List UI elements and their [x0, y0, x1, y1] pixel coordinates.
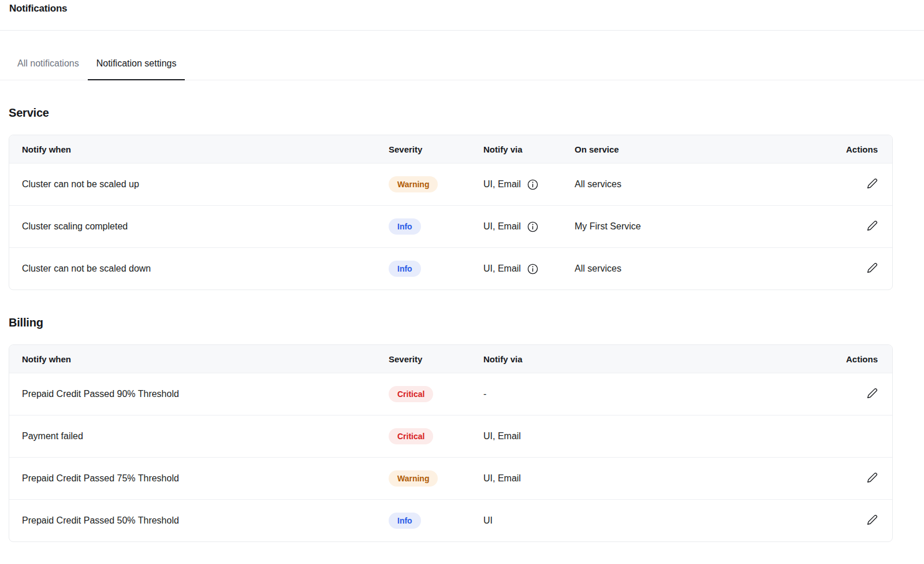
- notify-when-cell: Cluster can not be scaled up: [9, 163, 389, 205]
- tab-bar: All notifications Notification settings: [0, 31, 924, 80]
- notify-via-value: UI, Email: [483, 264, 575, 274]
- notify-via-cell: -: [483, 373, 823, 415]
- section-billing: BillingNotify whenSeverityNotify viaActi…: [9, 316, 893, 542]
- section-service: ServiceNotify whenSeverityNotify viaOn s…: [9, 106, 893, 290]
- notify-via-text: UI: [483, 515, 493, 526]
- info-icon: [527, 179, 538, 190]
- notify-via-value: UI, Email: [483, 431, 823, 441]
- notify-via-text: UI, Email: [483, 473, 521, 484]
- edit-button[interactable]: [867, 388, 878, 399]
- actions-cell: [823, 205, 892, 247]
- edit-button[interactable]: [867, 472, 878, 483]
- notify-via-value: -: [483, 389, 823, 399]
- pencil-icon: [867, 262, 878, 273]
- notify-via-cell: UI, Email: [483, 247, 575, 290]
- severity-cell: Critical: [389, 373, 483, 415]
- service-notifications-table: Notify whenSeverityNotify viaOn serviceA…: [9, 135, 893, 290]
- column-header-severity: Severity: [389, 135, 483, 163]
- severity-badge-warning: Warning: [389, 470, 438, 487]
- notify-via-value: UI: [483, 515, 823, 526]
- notify-via-text: UI, Email: [483, 179, 521, 190]
- notify-when-cell: Cluster can not be scaled down: [9, 247, 389, 290]
- column-header-notify-when: Notify when: [9, 345, 389, 373]
- severity-cell: Critical: [389, 415, 483, 457]
- severity-badge-critical: Critical: [389, 386, 433, 402]
- severity-cell: Info: [389, 247, 483, 290]
- notify-via-text: -: [483, 389, 486, 399]
- table-row: Prepaid Credit Passed 50% ThresholdInfoU…: [9, 499, 892, 541]
- notify-via-info-button[interactable]: [527, 221, 538, 232]
- edit-button[interactable]: [867, 262, 878, 273]
- notify-via-info-button[interactable]: [527, 264, 538, 274]
- severity-cell: Info: [389, 499, 483, 541]
- actions-cell: [823, 247, 892, 290]
- section-title-service: Service: [9, 106, 893, 120]
- table-row: Cluster scaling completedInfoUI, EmailMy…: [9, 205, 892, 247]
- pencil-icon: [867, 388, 878, 399]
- tab-all-notifications[interactable]: All notifications: [9, 58, 88, 80]
- actions-cell: [823, 373, 892, 415]
- page-header: Notifications: [0, 0, 924, 31]
- column-header-notify-via: Notify via: [483, 135, 575, 163]
- column-header-actions: Actions: [823, 345, 892, 373]
- notify-via-cell: UI, Email: [483, 457, 823, 499]
- pencil-icon: [867, 220, 878, 231]
- table-header-row: Notify whenSeverityNotify viaActions: [9, 345, 892, 373]
- on-service-cell: All services: [575, 247, 823, 290]
- notify-when-cell: Prepaid Credit Passed 75% Threshold: [9, 457, 389, 499]
- severity-badge-info: Info: [389, 261, 421, 277]
- notify-when-cell: Prepaid Credit Passed 90% Threshold: [9, 373, 389, 415]
- actions-cell: [823, 457, 892, 499]
- actions-cell: [823, 415, 892, 457]
- column-header-on-service: On service: [575, 135, 823, 163]
- actions-cell: [823, 499, 892, 541]
- page-title: Notifications: [9, 3, 915, 14]
- info-icon: [527, 221, 538, 232]
- severity-badge-critical: Critical: [389, 428, 433, 444]
- edit-button[interactable]: [867, 178, 878, 189]
- notify-via-value: UI, Email: [483, 221, 575, 232]
- pencil-icon: [867, 178, 878, 189]
- notify-when-cell: Prepaid Credit Passed 50% Threshold: [9, 499, 389, 541]
- column-header-actions: Actions: [823, 135, 892, 163]
- column-header-notify-when: Notify when: [9, 135, 389, 163]
- notification-settings-content: ServiceNotify whenSeverityNotify viaOn s…: [9, 106, 893, 542]
- edit-button[interactable]: [867, 514, 878, 525]
- severity-cell: Info: [389, 205, 483, 247]
- on-service-cell: All services: [575, 163, 823, 205]
- severity-badge-info: Info: [389, 218, 421, 235]
- tab-notification-settings[interactable]: Notification settings: [88, 58, 185, 80]
- severity-badge-info: Info: [389, 513, 421, 529]
- table-row: Cluster can not be scaled upWarningUI, E…: [9, 163, 892, 205]
- notify-when-cell: Payment failed: [9, 415, 389, 457]
- edit-button[interactable]: [867, 220, 878, 231]
- notify-via-value: UI, Email: [483, 473, 823, 484]
- table-row: Prepaid Credit Passed 75% ThresholdWarni…: [9, 457, 892, 499]
- notify-via-cell: UI: [483, 499, 823, 541]
- billing-notifications-table: Notify whenSeverityNotify viaActionsPrep…: [9, 344, 893, 542]
- column-header-notify-via: Notify via: [483, 345, 823, 373]
- pencil-icon: [867, 514, 878, 525]
- notify-via-cell: UI, Email: [483, 163, 575, 205]
- notify-via-text: UI, Email: [483, 264, 521, 274]
- notify-via-cell: UI, Email: [483, 415, 823, 457]
- notify-via-text: UI, Email: [483, 431, 521, 441]
- table-row: Payment failedCriticalUI, Email: [9, 415, 892, 457]
- section-title-billing: Billing: [9, 316, 893, 329]
- table-row: Prepaid Credit Passed 90% ThresholdCriti…: [9, 373, 892, 415]
- actions-cell: [823, 163, 892, 205]
- table-row: Cluster can not be scaled downInfoUI, Em…: [9, 247, 892, 290]
- notify-when-cell: Cluster scaling completed: [9, 205, 389, 247]
- notify-via-text: UI, Email: [483, 221, 521, 232]
- pencil-icon: [867, 472, 878, 483]
- notify-via-value: UI, Email: [483, 179, 575, 190]
- table-header-row: Notify whenSeverityNotify viaOn serviceA…: [9, 135, 892, 163]
- notify-via-cell: UI, Email: [483, 205, 575, 247]
- severity-badge-warning: Warning: [389, 176, 438, 192]
- severity-cell: Warning: [389, 163, 483, 205]
- column-header-severity: Severity: [389, 345, 483, 373]
- severity-cell: Warning: [389, 457, 483, 499]
- notify-via-info-button[interactable]: [527, 179, 538, 190]
- info-icon: [527, 264, 538, 274]
- on-service-cell: My First Service: [575, 205, 823, 247]
